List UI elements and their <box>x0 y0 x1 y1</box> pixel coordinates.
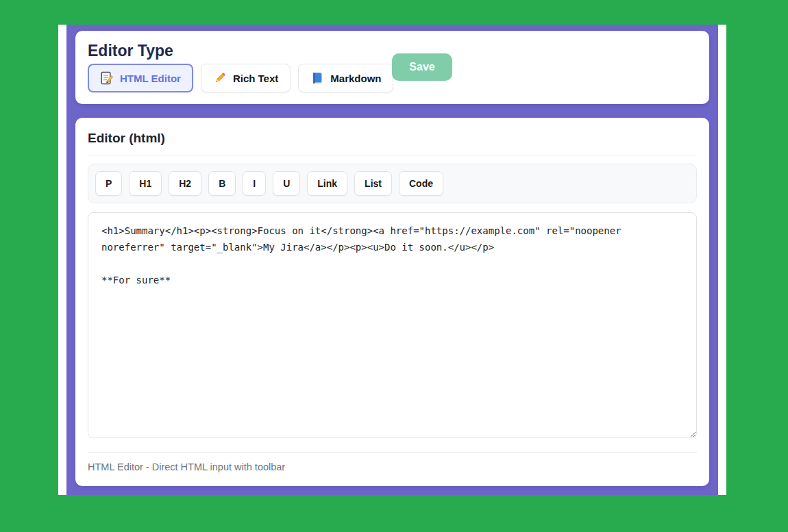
editor-title: Editor (html) <box>88 130 697 147</box>
editor-title-divider <box>88 155 697 155</box>
rich-text-button[interactable]: Rich Text <box>201 64 291 92</box>
editor-footer-divider <box>88 452 697 453</box>
toolbar-h1-button[interactable]: H1 <box>129 171 162 196</box>
toolbar-paragraph-button[interactable]: P <box>95 171 122 196</box>
html-editor-button[interactable]: HTML Editor <box>88 64 193 92</box>
rich-text-button-label: Rich Text <box>233 73 278 84</box>
app-panel: Editor Type HTML Editor <box>66 25 718 495</box>
markdown-button-label: Markdown <box>330 73 381 84</box>
book-icon <box>310 71 324 85</box>
toolbar-italic-button[interactable]: I <box>243 171 266 196</box>
html-editor-button-label: HTML Editor <box>120 73 181 84</box>
editor-card: Editor (html) P H1 H2 B I U Link List Co… <box>75 118 709 486</box>
save-button[interactable]: Save <box>392 53 452 81</box>
toolbar-underline-button[interactable]: U <box>273 171 300 196</box>
toolbar-code-button[interactable]: Code <box>399 171 443 196</box>
pencil-icon <box>213 71 227 85</box>
markdown-button[interactable]: Markdown <box>298 64 393 92</box>
toolbar-bold-button[interactable]: B <box>208 171 236 196</box>
editor-footer-note: HTML Editor - Direct HTML input with too… <box>88 461 697 472</box>
html-input-textarea[interactable]: <h1>Summary</h1><p><strong>Focus on it</… <box>88 212 697 438</box>
memo-icon <box>100 71 114 85</box>
toolbar-list-button[interactable]: List <box>354 171 392 196</box>
editor-toolbar: P H1 H2 B I U Link List Code <box>88 164 697 203</box>
editor-type-card: Editor Type HTML Editor <box>75 31 709 104</box>
toolbar-h2-button[interactable]: H2 <box>169 171 201 196</box>
page-background: Editor Type HTML Editor <box>58 25 726 495</box>
toolbar-link-button[interactable]: Link <box>307 171 347 196</box>
